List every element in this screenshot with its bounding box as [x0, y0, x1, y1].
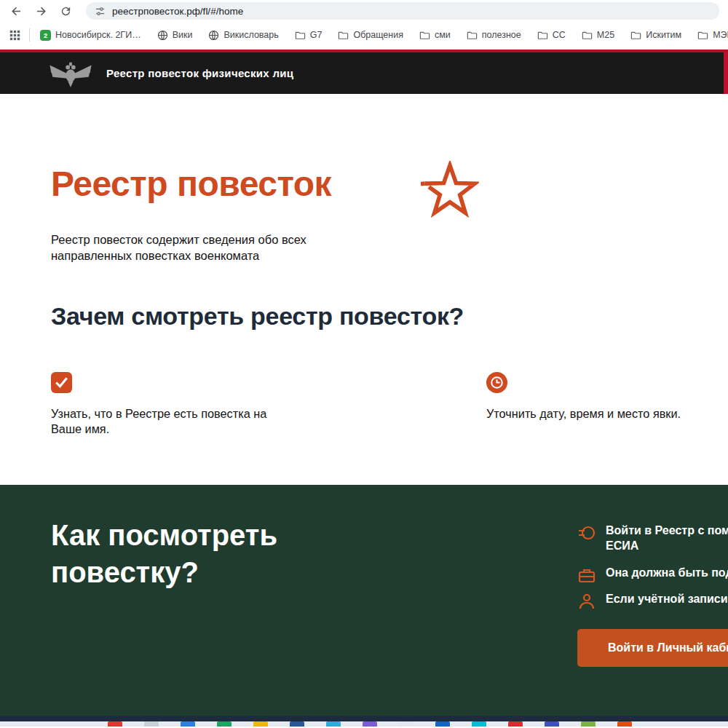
bookmark-label: Викисловарь — [223, 30, 278, 40]
checkbox-icon — [51, 372, 72, 393]
taskbar-app-icon[interactable] — [108, 721, 122, 727]
benefit-item-check: Узнать, что в Реестре есть повестка на В… — [51, 372, 291, 437]
taskbar-app-icon[interactable] — [290, 721, 304, 727]
folder-icon — [295, 30, 306, 41]
globe-icon — [208, 30, 219, 41]
site-header-title: Реестр повесток физических лиц — [106, 67, 293, 79]
step-text-line1: Если учётной записи — [606, 591, 728, 606]
how-section-title: Как посмотреть повестку? — [51, 517, 277, 591]
refresh-icon — [60, 5, 72, 17]
army-star-icon — [421, 161, 479, 221]
apps-grid-icon — [9, 30, 20, 41]
bookmark-label: G7 — [310, 30, 323, 40]
how-section: Как посмотреть повестку? Войти в Реестр … — [0, 485, 728, 716]
bookmark-label: полезное — [482, 30, 521, 40]
forward-arrow-icon — [34, 4, 48, 18]
bookmarks-separator — [29, 28, 30, 41]
taskbar-app-icon[interactable] — [435, 721, 450, 727]
bookmark-label: Новосибирск. 2ГИ… — [55, 30, 141, 40]
taskbar-app-icon[interactable] — [508, 721, 523, 727]
folder-icon — [338, 30, 349, 41]
how-step-no-account: Если учётной записи — [577, 591, 728, 611]
bookmark-folder-iskitim[interactable]: Искитим — [628, 28, 684, 43]
back-arrow-icon — [9, 4, 23, 18]
clock-icon — [486, 372, 507, 393]
benefit-text: Уточнить дату, время и место явки. — [486, 406, 719, 422]
how-title-line2: повестку? — [51, 556, 199, 588]
folder-icon — [467, 30, 478, 41]
bookmark-label: СС — [553, 30, 566, 40]
header-edge-accent — [724, 52, 728, 94]
taskbar-app-icon[interactable] — [326, 721, 341, 727]
globe-icon — [157, 30, 168, 41]
bookmark-folder-meriya[interactable]: МЭРИЯ — [695, 28, 728, 43]
briefcase-icon — [577, 566, 596, 585]
taskbar-app-icon[interactable] — [253, 721, 268, 727]
apps-grid-button[interactable] — [6, 26, 23, 44]
benefit-text: Узнать, что в Реестре есть повестка на В… — [51, 406, 291, 437]
forward-button[interactable] — [31, 1, 51, 20]
bookmark-label: Обращения — [353, 30, 403, 40]
how-step-confirmed-account: Она должна быть под — [577, 565, 728, 585]
bookmark-folder-m25[interactable]: М25 — [579, 28, 617, 43]
page-footer-strip — [0, 716, 728, 721]
how-title-line1: Как посмотреть — [51, 519, 277, 551]
svg-text:2: 2 — [44, 32, 47, 39]
address-bar[interactable]: реестрповесток.рф/fl/#/home — [86, 2, 719, 20]
windows-taskbar — [0, 721, 728, 727]
page-title: Реестр повесток — [51, 164, 331, 204]
site-header: Реестр повесток физических лиц — [0, 52, 728, 94]
hero-description: Реестр повесток содержит сведения обо вс… — [51, 232, 331, 264]
why-section-title: Зачем смотреть реестр повесток? — [51, 302, 464, 331]
taskbar-app-icon[interactable] — [144, 721, 159, 727]
bookmarks-bar: 2 Новосибирск. 2ГИ… Вики Викисловарь G7 … — [0, 22, 728, 48]
folder-icon — [419, 30, 430, 41]
taskbar-app-icon[interactable] — [545, 721, 559, 727]
bookmark-folder-smi[interactable]: сми — [416, 28, 454, 43]
folder-icon — [697, 30, 708, 41]
bookmark-label: МЭРИЯ — [713, 30, 728, 40]
how-step-esia: Войти в Реестр с пом ЕСИА — [577, 523, 728, 553]
folder-icon — [630, 30, 641, 41]
benefit-item-clock: Уточнить дату, время и место явки. — [486, 372, 719, 422]
taskbar-app-icon[interactable] — [581, 721, 596, 727]
person-icon — [577, 592, 596, 611]
bookmark-novosibirsk-2gis[interactable]: 2 Новосибирск. 2ГИ… — [37, 28, 144, 43]
back-button[interactable] — [6, 1, 26, 20]
bookmark-folder-g7[interactable]: G7 — [292, 28, 325, 43]
bookmark-folder-poleznoe[interactable]: полезное — [464, 28, 524, 43]
2gis-icon: 2 — [40, 30, 51, 41]
bookmark-wiki[interactable]: Вики — [154, 28, 196, 43]
hero-section: Реестр повесток Реестр повесток содержит… — [0, 94, 728, 485]
bookmark-label: Искитим — [646, 30, 681, 40]
bookmark-folder-ss[interactable]: СС — [534, 28, 569, 43]
browser-toolbar: реестрповесток.рф/fl/#/home — [0, 0, 728, 22]
bookmark-label: М25 — [597, 30, 614, 40]
bookmark-label: Вики — [173, 30, 193, 40]
refresh-button[interactable] — [55, 1, 76, 20]
login-personal-account-button[interactable]: Войти в Личный каби — [577, 629, 728, 667]
mod-eagle-emblem-icon — [48, 59, 93, 88]
step-text-line1: Войти в Реестр с пом — [606, 523, 728, 538]
site-settings-icon[interactable] — [95, 6, 106, 17]
taskbar-app-icon[interactable] — [217, 721, 232, 727]
step-text-line2: ЕСИА — [606, 538, 728, 553]
esia-login-icon — [577, 523, 596, 542]
taskbar-app-icon[interactable] — [363, 721, 377, 727]
step-text-line1: Она должна быть под — [606, 565, 728, 580]
taskbar-app-icon[interactable] — [472, 721, 486, 727]
taskbar-app-icon[interactable] — [399, 721, 414, 727]
taskbar-app-icon[interactable] — [617, 721, 632, 727]
url-text: реестрповесток.рф/fl/#/home — [112, 6, 243, 17]
taskbar-app-icon[interactable] — [181, 721, 195, 727]
folder-icon — [582, 30, 593, 41]
bookmark-wiktionary[interactable]: Викисловарь — [205, 28, 281, 43]
bookmark-folder-obrashcheniya[interactable]: Обращения — [335, 28, 406, 43]
folder-icon — [537, 30, 548, 41]
bookmark-label: сми — [435, 30, 451, 40]
